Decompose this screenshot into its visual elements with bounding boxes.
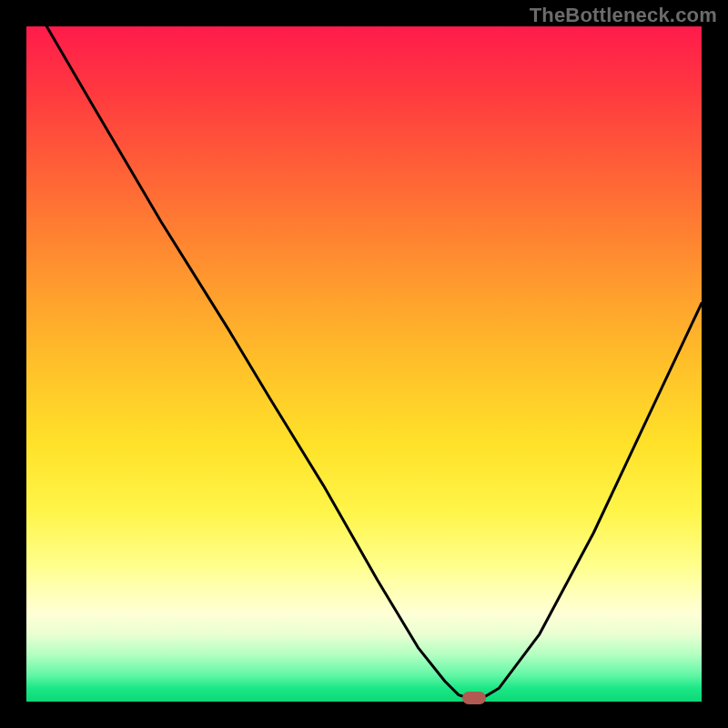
bottleneck-curve — [26, 26, 702, 702]
chart-frame: TheBottleneck.com — [0, 0, 728, 728]
plot-area — [26, 26, 702, 702]
watermark-text: TheBottleneck.com — [530, 4, 717, 27]
optimum-marker — [462, 692, 486, 704]
